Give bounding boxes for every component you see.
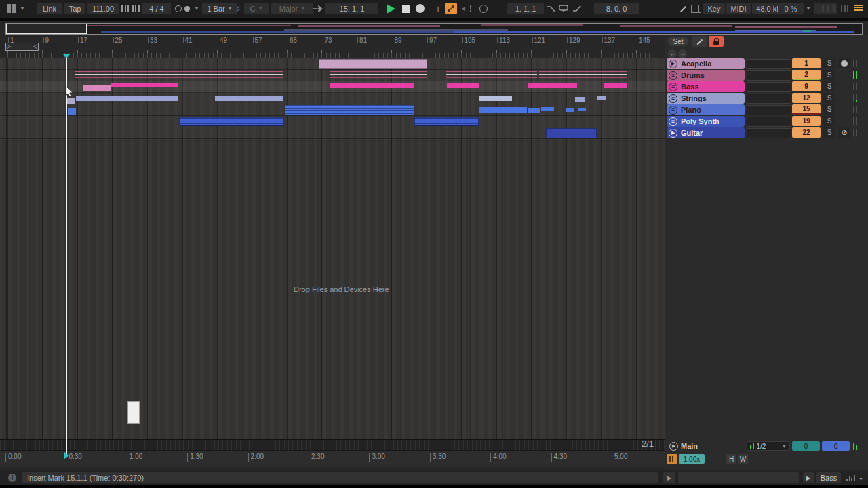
automation-pencil-button[interactable] <box>692 36 707 47</box>
clip-strings[interactable] <box>76 96 178 101</box>
overview-viewport[interactable] <box>6 24 87 34</box>
clip-poly-synth[interactable] <box>414 117 479 126</box>
track-fold-play-icon[interactable]: ▶ <box>669 60 677 68</box>
loop-button[interactable] <box>557 3 570 14</box>
track-name-box[interactable]: ≡Bass <box>667 81 745 92</box>
track-io-box[interactable] <box>747 128 791 138</box>
cpu-load-field[interactable]: 0 % <box>778 3 804 14</box>
tap-tempo-button[interactable]: Tap <box>64 3 85 14</box>
track-fold-menu-icon[interactable]: ≡ <box>669 106 677 115</box>
track-io-box[interactable] <box>747 94 791 104</box>
track-fold-play-icon[interactable]: ▶ <box>669 129 677 138</box>
clip-poly-synth[interactable] <box>180 117 283 126</box>
loop-length-display[interactable]: 8. 0. 0 <box>594 3 639 14</box>
clip-strings[interactable] <box>479 96 512 101</box>
track-header-strings[interactable]: ≡Strings12S <box>665 93 868 104</box>
track-input-channel[interactable]: 19 <box>792 116 821 126</box>
track-fold-menu-icon[interactable]: ≡ <box>669 94 677 103</box>
key-map-button[interactable]: Key <box>703 3 725 14</box>
phase-nudge-down-icon[interactable] <box>120 3 130 14</box>
track-header-drums[interactable]: ≡Drums2S <box>665 70 868 81</box>
track-fold-menu-icon[interactable]: ≡ <box>669 83 677 92</box>
track-name-box[interactable]: ▶Acapella <box>667 58 745 69</box>
horizontal-scroll-strip[interactable] <box>0 439 665 451</box>
track-io-box[interactable] <box>747 117 791 127</box>
punch-in-button[interactable] <box>545 3 556 14</box>
bar-number-105[interactable]: 105 <box>465 37 476 44</box>
arm-button[interactable] <box>838 58 850 68</box>
bar-number-89[interactable]: 89 <box>395 37 402 44</box>
insert-marker-top-icon[interactable] <box>63 54 70 58</box>
track-input-channel[interactable]: 12 <box>792 93 821 103</box>
automation-arm-button[interactable] <box>445 3 457 14</box>
bar-number-137[interactable]: 137 <box>604 37 616 44</box>
clip-strings[interactable] <box>575 97 585 102</box>
selected-track-badge[interactable]: Bass <box>816 472 841 483</box>
track-io-box[interactable] <box>747 82 791 92</box>
computer-midi-keyboard-button[interactable] <box>690 3 702 14</box>
track-name-box[interactable]: ▶Guitar <box>667 127 745 138</box>
chevron-down-icon[interactable]: ▼ <box>859 476 863 481</box>
punch-out-button[interactable] <box>571 3 582 14</box>
arm-button[interactable]: ⊘ <box>838 127 850 138</box>
preview-play-button[interactable]: ▶ <box>663 472 675 483</box>
draw-mode-button[interactable] <box>678 3 689 14</box>
metronome-button[interactable] <box>172 3 193 14</box>
cpu-menu-caret[interactable]: ▼ <box>804 3 812 14</box>
clip-drums[interactable] <box>330 71 427 79</box>
bar-number-49[interactable]: 49 <box>220 37 227 44</box>
solo-button[interactable]: S <box>823 93 835 103</box>
clip-strings[interactable] <box>215 96 283 101</box>
height-button[interactable]: H <box>726 454 736 464</box>
clip-piano[interactable] <box>541 107 554 111</box>
bar-number-65[interactable]: 65 <box>290 37 297 44</box>
solo-button[interactable]: S <box>823 127 835 138</box>
solo-button[interactable]: S <box>823 81 835 92</box>
main-track-row[interactable]: ▶ Main 1/2 ▼ 0 0 <box>665 441 868 452</box>
metronome-menu-caret[interactable]: ▼ <box>193 3 201 14</box>
bar-number-25[interactable]: 25 <box>115 37 123 44</box>
follow-button[interactable] <box>312 3 324 14</box>
arrangement-overview[interactable] <box>5 23 863 35</box>
solo-button[interactable]: S <box>823 70 835 80</box>
bar-number-1[interactable]: 1 <box>10 37 14 44</box>
clip-piano[interactable] <box>578 108 586 111</box>
cue-volume-select[interactable]: 1/2 ▼ <box>747 441 790 451</box>
tempo-field[interactable]: 111.00 <box>87 3 119 14</box>
forward-arrow-button[interactable]: → <box>678 49 687 58</box>
back-to-arrangement-button[interactable]: ◄ <box>458 3 468 14</box>
clip-piano[interactable] <box>479 107 527 113</box>
loop-end-icon[interactable]: ◁ <box>33 44 37 49</box>
phase-nudge-up-icon[interactable] <box>131 3 141 14</box>
bar-number-81[interactable]: 81 <box>359 37 367 44</box>
set-button[interactable]: Set <box>668 37 688 46</box>
clip-bass[interactable] <box>330 83 414 88</box>
clip-drums[interactable] <box>539 71 627 79</box>
overload-menu-icon[interactable] <box>853 3 865 14</box>
clip-strings[interactable] <box>66 98 75 104</box>
width-button[interactable]: W <box>738 454 748 464</box>
stop-button[interactable] <box>400 3 412 14</box>
tempo-follower-button[interactable] <box>667 454 677 464</box>
track-play-button[interactable]: ▶ <box>803 472 814 483</box>
time-ruler[interactable]: 0:000:301:001:302:002:303:003:304:004:30… <box>0 450 665 467</box>
track-name-box[interactable]: ≡Poly Synth <box>667 116 745 127</box>
clip-bass[interactable] <box>447 83 479 88</box>
track-input-channel[interactable]: 22 <box>792 127 821 138</box>
track-name-box[interactable]: ≡Piano <box>667 104 745 115</box>
clip-guitar[interactable] <box>546 128 597 138</box>
track-name-box[interactable]: ≡Drums <box>667 70 745 81</box>
track-header-guitar[interactable]: ▶Guitar22S⊘ <box>665 127 868 139</box>
punch-position-display[interactable]: 1. 1. 1 <box>507 3 544 14</box>
track-io-box[interactable] <box>747 59 791 69</box>
track-fold-menu-icon[interactable]: ≡ <box>669 71 677 80</box>
bar-number-41[interactable]: 41 <box>185 37 193 44</box>
clip-bass[interactable] <box>528 83 577 88</box>
quantization-select[interactable]: 1 Bar ▼ <box>202 3 237 14</box>
record-button[interactable] <box>414 3 427 14</box>
playhead-flag-icon[interactable] <box>64 452 69 459</box>
bar-number-121[interactable]: 121 <box>534 37 546 44</box>
clip-piano[interactable] <box>68 108 76 115</box>
clip-bass[interactable] <box>604 83 627 88</box>
main-pan-field[interactable]: 0 <box>792 441 820 451</box>
